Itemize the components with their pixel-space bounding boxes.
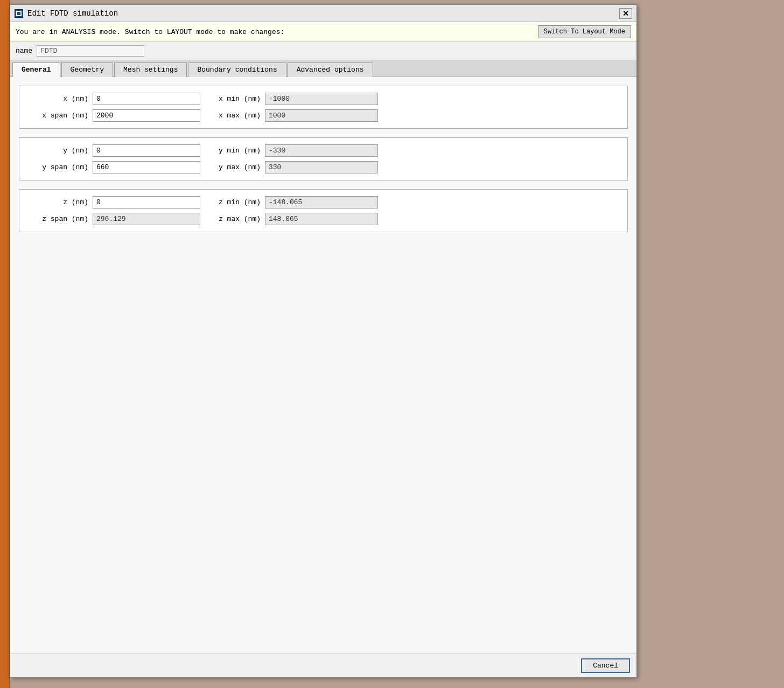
z-span-label: z span (nm) bbox=[28, 215, 93, 223]
y-max-input bbox=[265, 161, 378, 173]
main-content: x (nm) x min (nm) x span (nm) x max (nm)… bbox=[10, 77, 636, 654]
cancel-button[interactable]: Cancel bbox=[581, 658, 630, 673]
tab-geometry[interactable]: Geometry bbox=[61, 62, 113, 77]
y-input[interactable] bbox=[93, 144, 200, 157]
x-row: x (nm) x min (nm) bbox=[28, 93, 619, 105]
x-span-input[interactable] bbox=[93, 109, 200, 122]
analysis-mode-text: You are in ANALYSIS mode. Switch to LAYO… bbox=[16, 28, 284, 36]
name-row: name bbox=[10, 42, 636, 60]
name-input[interactable] bbox=[37, 45, 144, 57]
z-min-label: z min (nm) bbox=[200, 198, 265, 206]
dialog-title: Edit FDTD simulation bbox=[27, 9, 118, 18]
title-bar: Edit FDTD simulation ✕ bbox=[10, 5, 636, 22]
y-row: y (nm) y min (nm) bbox=[28, 144, 619, 157]
y-min-input bbox=[265, 144, 378, 157]
x-max-input bbox=[265, 109, 378, 122]
y-label: y (nm) bbox=[28, 147, 93, 155]
z-row: z (nm) z min (nm) bbox=[28, 196, 619, 209]
z-max-label: z max (nm) bbox=[200, 215, 265, 223]
z-max-input bbox=[265, 213, 378, 225]
tab-advanced-options[interactable]: Advanced options bbox=[288, 62, 373, 77]
y-span-row: y span (nm) y max (nm) bbox=[28, 161, 619, 173]
name-label: name bbox=[16, 47, 32, 55]
sidebar-left bbox=[0, 0, 10, 688]
tab-boundary-conditions[interactable]: Boundary conditions bbox=[188, 62, 286, 77]
z-input[interactable] bbox=[93, 196, 200, 209]
dialog-icon-inner bbox=[16, 11, 22, 16]
z-min-input bbox=[265, 196, 378, 209]
edit-fdtd-dialog: Edit FDTD simulation ✕ You are in ANALYS… bbox=[10, 4, 637, 678]
x-param-group: x (nm) x min (nm) x span (nm) x max (nm) bbox=[19, 86, 628, 129]
title-bar-left: Edit FDTD simulation bbox=[15, 9, 118, 18]
x-span-row: x span (nm) x max (nm) bbox=[28, 109, 619, 122]
y-span-label: y span (nm) bbox=[28, 163, 93, 171]
z-param-group: z (nm) z min (nm) z span (nm) z max (nm) bbox=[19, 189, 628, 232]
dialog-icon bbox=[15, 9, 23, 18]
y-span-input[interactable] bbox=[93, 161, 200, 173]
x-min-input bbox=[265, 93, 378, 105]
y-max-label: y max (nm) bbox=[200, 163, 265, 171]
dialog-footer: Cancel bbox=[10, 654, 636, 677]
tab-general[interactable]: General bbox=[12, 62, 60, 77]
tabs-container: General Geometry Mesh settings Boundary … bbox=[10, 60, 636, 77]
analysis-banner: You are in ANALYSIS mode. Switch to LAYO… bbox=[10, 22, 636, 42]
x-min-label: x min (nm) bbox=[200, 95, 265, 103]
y-min-label: y min (nm) bbox=[200, 147, 265, 155]
z-span-row: z span (nm) z max (nm) bbox=[28, 213, 619, 225]
x-max-label: x max (nm) bbox=[200, 112, 265, 120]
y-param-group: y (nm) y min (nm) y span (nm) y max (nm) bbox=[19, 137, 628, 180]
z-span-input bbox=[93, 213, 200, 225]
switch-layout-button[interactable]: Switch To Layout Mode bbox=[538, 25, 631, 38]
close-button[interactable]: ✕ bbox=[619, 8, 632, 19]
z-label: z (nm) bbox=[28, 198, 93, 206]
x-input[interactable] bbox=[93, 93, 200, 105]
x-span-label: x span (nm) bbox=[28, 112, 93, 120]
tab-mesh-settings[interactable]: Mesh settings bbox=[114, 62, 187, 77]
x-label: x (nm) bbox=[28, 95, 93, 103]
